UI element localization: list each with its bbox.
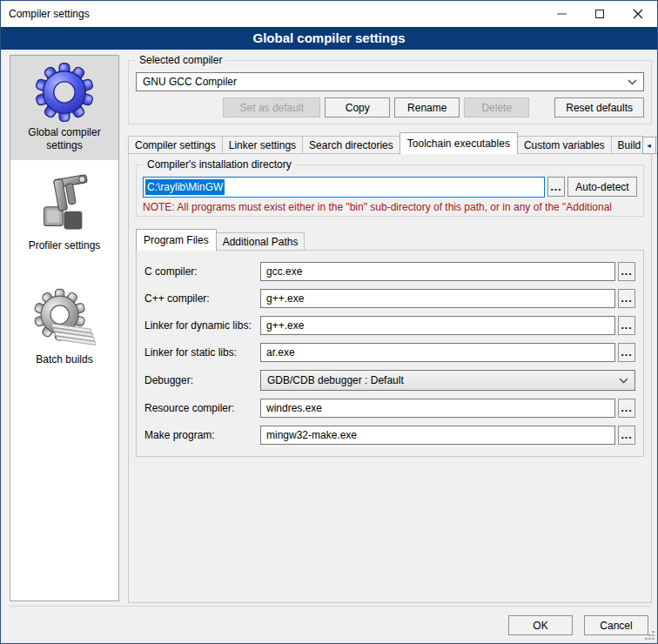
c-compiler-input[interactable]: gcc.exe bbox=[260, 262, 615, 281]
tab-linker-settings[interactable]: Linker settings bbox=[222, 136, 303, 154]
install-dir-group: Compiler's installation directory C:\ray… bbox=[136, 164, 644, 217]
main-panel: Selected compiler GNU GCC Compiler Set a… bbox=[128, 55, 652, 601]
tab-scroll-left-button[interactable]: ◂ bbox=[642, 137, 656, 154]
field-label: Linker for dynamic libs: bbox=[144, 319, 260, 332]
title-bar: Compiler settings bbox=[1, 1, 657, 27]
selected-compiler-label: Selected compiler bbox=[136, 54, 225, 66]
install-dir-value: C:\raylib\MinGW bbox=[145, 179, 225, 195]
field-label: C compiler: bbox=[144, 265, 260, 278]
install-dir-input[interactable]: C:\raylib\MinGW bbox=[143, 177, 545, 198]
compiler-settings-dialog: Compiler settings Global compiler settin… bbox=[0, 0, 658, 644]
sidebar-item-profiler-settings[interactable]: Profiler settings bbox=[10, 169, 118, 260]
field-label: Linker for static libs: bbox=[144, 346, 260, 359]
input-value: windres.exe bbox=[266, 402, 322, 414]
tab-scroll-right-button[interactable]: ▸ bbox=[655, 137, 658, 154]
linker-for-static-libs-input[interactable]: ar.exe bbox=[260, 343, 615, 362]
tab-build-options[interactable]: Build options bbox=[611, 136, 643, 154]
resize-grip-icon[interactable] bbox=[644, 630, 655, 641]
sidebar-item-label: Profiler settings bbox=[12, 239, 117, 252]
sidebar-item-global-compiler-settings[interactable]: Global compiler settings bbox=[10, 56, 118, 160]
input-value: g++.exe bbox=[266, 319, 304, 332]
arrow-left-icon: ◂ bbox=[647, 141, 651, 150]
rename-button[interactable]: Rename bbox=[394, 97, 460, 117]
input-value: gcc.exe bbox=[266, 265, 302, 278]
tab-program-files[interactable]: Program Files bbox=[136, 229, 217, 251]
field-row-c-compiler: C++ compiler:g++.exe... bbox=[144, 289, 635, 308]
sidebar-item-label: Global compiler settings bbox=[12, 126, 117, 152]
install-dir-label: Compiler's installation directory bbox=[144, 158, 295, 171]
tab-list: Compiler settingsLinker settingsSearch d… bbox=[128, 132, 643, 154]
settings-sidebar: Global compiler settings Profiler settin… bbox=[10, 55, 119, 601]
ok-button[interactable]: OK bbox=[508, 615, 573, 635]
batch-builds-icon bbox=[33, 288, 96, 351]
c-compiler-browse-button[interactable]: ... bbox=[618, 289, 635, 308]
field-label: Make program: bbox=[144, 429, 260, 441]
settings-tab-strip: Compiler settingsLinker settingsSearch d… bbox=[128, 132, 652, 154]
field-label: C++ compiler: bbox=[144, 292, 260, 305]
chevron-down-icon bbox=[619, 378, 628, 384]
minimize-button[interactable] bbox=[542, 2, 581, 27]
field-row-c-compiler: C compiler:gcc.exe... bbox=[144, 262, 635, 281]
cancel-button[interactable]: Cancel bbox=[584, 615, 648, 635]
profiler-icon bbox=[33, 174, 96, 237]
field-row-debugger: Debugger:GDB/CDB debugger : Default bbox=[144, 370, 635, 391]
footer-buttons: OK Cancel bbox=[508, 615, 648, 635]
auto-detect-button[interactable]: Auto-detect bbox=[567, 177, 637, 197]
close-button[interactable] bbox=[619, 2, 657, 27]
field-label: Resource compiler: bbox=[144, 402, 260, 414]
selected-compiler-group: Selected compiler GNU GCC Compiler Set a… bbox=[128, 60, 652, 124]
compiler-button-row: Set as defaultCopyRenameDeleteReset defa… bbox=[136, 97, 644, 117]
install-dir-note: NOTE: All programs must exist either in … bbox=[143, 201, 637, 213]
window-title: Compiler settings bbox=[1, 8, 542, 20]
install-dir-browse-button[interactable]: ... bbox=[547, 177, 565, 197]
maximize-button[interactable] bbox=[581, 2, 619, 27]
blue-gear-icon bbox=[33, 61, 96, 124]
chevron-down-icon bbox=[628, 79, 637, 85]
compiler-select-value: GNU GCC Compiler bbox=[143, 76, 237, 88]
resource-compiler-input[interactable]: windres.exe bbox=[260, 399, 615, 418]
linker-for-dynamic-libs-input[interactable]: g++.exe bbox=[260, 316, 615, 335]
c-compiler-browse-button[interactable]: ... bbox=[618, 262, 635, 281]
resource-compiler-browse-button[interactable]: ... bbox=[618, 399, 635, 418]
minimize-icon bbox=[557, 13, 567, 15]
tab-additional-paths[interactable]: Additional Paths bbox=[216, 232, 306, 251]
input-value: g++.exe bbox=[266, 292, 304, 305]
sidebar-item-batch-builds[interactable]: Batch builds bbox=[10, 283, 118, 374]
debugger-select[interactable]: GDB/CDB debugger : Default bbox=[260, 370, 635, 391]
subtab-list: Program FilesAdditional Paths bbox=[136, 229, 305, 251]
select-value: GDB/CDB debugger : Default bbox=[267, 374, 404, 386]
c-compiler-input[interactable]: g++.exe bbox=[260, 289, 615, 308]
field-row-resource-compiler: Resource compiler:windres.exe... bbox=[144, 399, 635, 418]
tab-search-directories[interactable]: Search directories bbox=[302, 136, 400, 154]
page-title: Global compiler settings bbox=[1, 27, 657, 50]
linker-for-dynamic-libs-browse-button[interactable]: ... bbox=[618, 316, 635, 335]
set-as-default-button: Set as default bbox=[223, 97, 320, 117]
make-program-input[interactable]: mingw32-make.exe bbox=[260, 426, 615, 445]
program-files-page: C compiler:gcc.exe...C++ compiler:g++.ex… bbox=[136, 250, 644, 457]
tab-custom-variables[interactable]: Custom variables bbox=[517, 136, 612, 154]
toolchain-executables-page: Compiler's installation directory C:\ray… bbox=[128, 153, 652, 603]
tab-compiler-settings[interactable]: Compiler settings bbox=[128, 136, 223, 154]
program-files-tab-strip: Program FilesAdditional Paths bbox=[136, 229, 644, 251]
tab-toolchain-executables[interactable]: Toolchain executables bbox=[400, 132, 518, 154]
sidebar-item-label: Batch builds bbox=[12, 353, 117, 366]
field-row-make-program: Make program:mingw32-make.exe... bbox=[144, 426, 635, 445]
install-dir-row: C:\raylib\MinGW ... Auto-detect bbox=[143, 177, 637, 198]
input-value: mingw32-make.exe bbox=[266, 429, 357, 441]
tab-scroll-buttons: ◂ ▸ bbox=[643, 137, 658, 154]
compiler-select[interactable]: GNU GCC Compiler bbox=[136, 72, 644, 91]
field-label: Debugger: bbox=[144, 374, 260, 386]
maximize-icon bbox=[595, 10, 604, 18]
linker-for-static-libs-browse-button[interactable]: ... bbox=[618, 343, 635, 362]
delete-button: Delete bbox=[464, 97, 529, 117]
input-value: ar.exe bbox=[266, 346, 295, 359]
field-row-linker-for-static-libs: Linker for static libs:ar.exe... bbox=[144, 343, 635, 362]
field-row-linker-for-dynamic-libs: Linker for dynamic libs:g++.exe... bbox=[144, 316, 635, 335]
reset-defaults-button[interactable]: Reset defaults bbox=[554, 97, 644, 117]
copy-button[interactable]: Copy bbox=[325, 97, 390, 117]
close-icon bbox=[633, 9, 643, 19]
make-program-browse-button[interactable]: ... bbox=[618, 426, 635, 445]
footer-divider bbox=[10, 606, 650, 607]
